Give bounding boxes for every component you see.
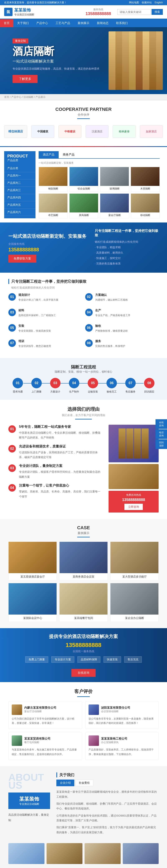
about-desc2: 我们专业提供活动隔断、移动隔断、折叠门等系列产品，广泛应用于星级酒店、会议中心、… [56,801,159,811]
process-steps: 01 需求沟通 02 上门测量 03 方案设计 04 生产制作 05 运输安装 … [8,378,159,394]
process-section: 隔断工程流程 隔断定制、安装、移动 一站一步到位，省时省心 01 需求沟通 02… [0,358,167,400]
nav-item-home[interactable]: 首页 [0,19,13,27]
sidebar-product-item[interactable]: 产品分类 [4,165,35,172]
service-btn[interactable]: 在线咨询 [71,669,96,677]
search-input[interactable] [117,9,151,15]
nav-item-cases[interactable]: 案例展示 [74,19,93,27]
nav-item-news[interactable]: 新闻动态 [93,19,112,27]
title-line [77,118,90,119]
logo: 装 某某装饰 专业酒店活动隔断 [4,7,34,17]
step-circle: 01 [12,378,23,388]
why-cta-btn[interactable]: 立即咨询 [125,504,143,510]
float-btn-consult[interactable]: 在线咨询 [156,419,167,429]
header-right: 服务热线 13588888888 搜索 [86,8,163,16]
float-btn-phone[interactable]: 电话咨询 [156,429,167,439]
why-item: 04 注重每一个细节，让客户彻底放心 零缺陷、高标准、高品质、长寿命、高服务、高… [8,484,102,499]
feature-content: 安装 专业安装团队，快速高效安装 [19,324,51,337]
step-circle: 05 [88,378,98,388]
logo-sub: 专业酒店活动隔断 [14,13,34,17]
feature-desc: 专业设计师上门量尺，出具平面方案 [19,298,59,302]
top-bar-link[interactable]: 收藏本站 [142,1,152,4]
sidebar-product-item[interactable]: 产品系列六 [4,209,35,216]
step-label: 验收完工 [106,390,117,394]
sidebar-product-item[interactable]: 产品系列一 [4,172,35,179]
about-company-big: 某某装饰 [11,796,47,802]
header-search: 搜索 [117,9,163,15]
float-btn-top[interactable]: 回到顶部 [156,439,167,449]
product-card[interactable]: 宴会厅隔断 [100,193,129,218]
why-item-title: 5年专注，隔断工程一站式服务专家 [19,425,102,429]
case-card[interactable]: 某高端餐厅包间 [59,583,108,622]
about-tab-intro[interactable]: 企业介绍 [56,779,74,786]
why-heading: 选择我们的理由 [8,406,159,412]
sidebar-product-item[interactable]: 产品系列三 [4,187,35,194]
case-card[interactable]: 某国际会议中心 [8,583,57,622]
intro-phone: 13588888888 [8,247,87,253]
nav-item-products[interactable]: 产品中心 [33,19,52,27]
case-name: 某五星级酒店宴会厅 [8,573,57,580]
step-label: 生产制作 [69,390,79,394]
search-button[interactable]: 搜索 [152,9,163,15]
product-card[interactable]: 钢架隔断 [39,167,68,192]
nav-item-contact[interactable]: 联系我们 [112,19,132,27]
about-img [8,843,44,864]
case-card[interactable]: 某大型酒店多功能厅 [110,541,159,581]
process-step: 06 验收完工 [106,378,117,394]
partners-title-en: COOPERATIVE PARTNER [4,106,163,112]
product-card[interactable]: 铝合金隔断 [69,167,98,192]
nav-item-about[interactable]: 关于我们 [13,19,33,27]
case-img [8,542,57,573]
feature-content: 材料 选用优质环保材料，工厂精细加工 [19,309,56,321]
step-label: 上门测量 [31,390,42,394]
partner-item: 如家酒店 [140,125,163,138]
product-card[interactable]: 布艺隔断 [39,193,68,218]
case-card[interactable]: 某企业办公隔断 [110,583,159,622]
header-contact: 服务热线 13588888888 [86,8,111,16]
product-card[interactable]: 木质隔断 [131,167,160,192]
why-section: 选择我们的理由 我们水准，全力于客户定不同的理由 01 5年专注，隔断工程一站式… [0,400,167,519]
partner-item: 维也纳酒店 [4,125,27,138]
top-bar-link[interactable]: 网站地图 [129,1,139,4]
top-bar-link[interactable]: English [155,1,163,4]
feature-num: 05 [8,324,16,332]
about-section: ABOUT US 某某装饰 专业酒店活动隔断 高品质活动隔断解决方案，量身定制 … [0,766,167,843]
partner-logo: 中铁建设 [59,125,81,138]
nav-item-craft[interactable]: 工艺与产品 [52,19,74,27]
product-image [100,194,129,213]
feature-num: 08 [85,339,93,347]
product-card[interactable]: 玻璃隔断 [100,167,129,192]
sidebar-product-item[interactable]: 产品系列二 [4,179,35,187]
case-card[interactable]: 某五星级酒店宴会厅 [8,541,57,581]
intro-btn[interactable]: 免费获取方案 [8,255,36,262]
about-tabs: 企业介绍 社会责任 [56,779,159,786]
review-type: 宴会厅活动隔断 [24,710,56,713]
partner-item: 汉庭酒店 [86,125,108,138]
why-cta-phone: 13588888888 [111,498,156,502]
product-card[interactable]: 屏风隔断 [69,193,98,218]
product-card[interactable]: 移动隔断 [131,193,160,218]
service-tag: 品质材料保障 [77,656,100,663]
case-card[interactable]: 某商务酒店会议室 [59,541,108,581]
room-partition [119,429,148,459]
feature-title: 服务 [95,339,125,343]
sidebar-product-item[interactable]: 产品系列五 [4,202,35,209]
why-title: 选择我们的理由 我们水准，全力于客户定不同的理由 [8,406,159,420]
hero-btn[interactable]: 了解更多 [12,75,38,83]
contact-label: 服务热线 [86,8,111,11]
feature-item: 05 安装 专业安装团队，快速高效安装 [8,324,82,337]
review-card: 内蒙古某某有限责任公司 宴会厅活动隔断 公司为我们酒店提供了非常专业的隔断解决方… [8,701,82,729]
tab-business[interactable]: 商务产品 [59,151,79,158]
about-tab-social[interactable]: 社会责任 [75,779,93,786]
why-item-desc: 中国著名酒店活动隔断公司，专业从事活动隔断、移动隔断、折叠隔断等产品的研发、生产… [19,430,102,440]
tab-hotel[interactable]: 酒店产品 [39,151,59,158]
service-tags: 免费上门测量 专业设计方案 品质材料保障 快速安装 售后无忧 [8,656,159,663]
sidebar-product-item[interactable]: 产品系列四 [4,194,35,202]
feature-title: 安装 [19,324,51,328]
partner-logo: 中国建筑 [31,125,54,138]
products-sidebar: PRODUCT 产品品类 产品分类 产品系列一 产品系列二 产品系列三 产品系列… [4,151,35,218]
hero-content: 量身定制 酒店隔断 一站式活动隔断解决方案 专业提供酒店活动隔断定制服务，高品质… [0,32,112,89]
service-banner: 提供专业的酒店活动隔断解决方案 13588888888 全国统一服务热线 免费上… [0,628,167,682]
products-tabs: 酒店产品 商务产品 [39,151,160,159]
step-circle: 03 [50,378,61,388]
case-name: 某国际会议中心 [8,615,57,622]
